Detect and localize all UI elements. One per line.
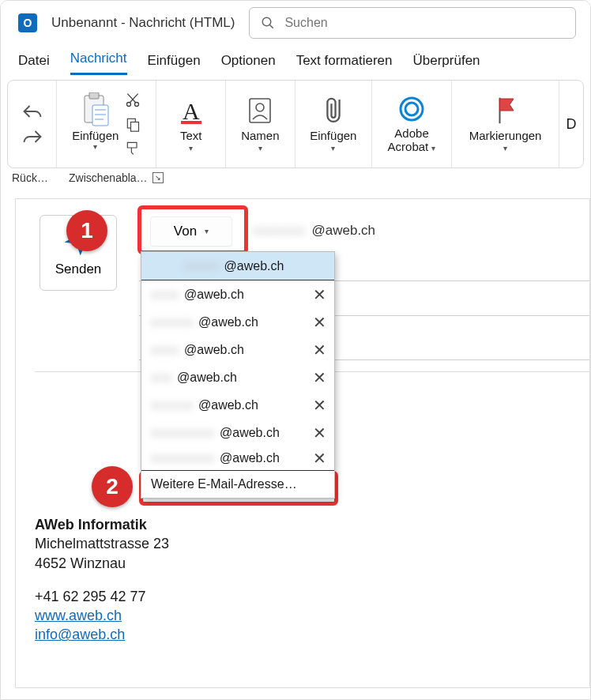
- search-icon: [261, 16, 275, 30]
- svg-point-0: [263, 17, 272, 26]
- chevron-down-icon: ▾: [205, 227, 209, 235]
- redo-icon[interactable]: [21, 128, 43, 145]
- tab-einfuegen[interactable]: Einfügen: [148, 53, 201, 75]
- search-box[interactable]: [249, 7, 576, 39]
- svg-rect-11: [131, 122, 139, 132]
- ribbon-group-clipboard: Einfügen ▾: [57, 81, 156, 167]
- format-painter-icon[interactable]: [125, 140, 141, 156]
- svg-point-17: [405, 103, 418, 115]
- clipboard-icon: [80, 92, 111, 127]
- dropdown-item-domain: @aweb.ch: [220, 426, 280, 440]
- dropdown-item-domain: @aweb.ch: [198, 315, 258, 329]
- tab-optionen[interactable]: Optionen: [221, 53, 276, 75]
- from-address-user-blurred: xxxxxxx: [253, 223, 306, 239]
- signature-street: Michelmattstrasse 23: [35, 534, 169, 553]
- close-icon[interactable]: ✕: [313, 341, 326, 359]
- svg-point-15: [256, 103, 264, 111]
- ribbon-group-adobe[interactable]: Adobe Acrobat ▾: [372, 81, 452, 167]
- close-icon[interactable]: ✕: [313, 285, 326, 304]
- from-dropdown-item[interactable]: xxxx @aweb.ch ✕: [141, 280, 334, 308]
- copy-icon[interactable]: [125, 116, 141, 132]
- from-address-display: xxxxxxx @aweb.ch: [253, 223, 375, 239]
- close-icon[interactable]: ✕: [313, 423, 326, 442]
- svg-point-8: [127, 103, 131, 107]
- close-icon[interactable]: ✕: [313, 368, 326, 387]
- from-dropdown-item[interactable]: xxxxxxxxx @aweb.ch ✕: [141, 419, 334, 446]
- close-icon[interactable]: ✕: [313, 396, 326, 415]
- dropdown-item-domain: @aweb.ch: [220, 451, 280, 465]
- annotation-callout-1: 1: [66, 210, 107, 251]
- ribbon-group-undo: [8, 81, 57, 167]
- ribbon-group-names[interactable]: Namen ▾: [226, 81, 296, 167]
- chevron-down-icon: ▾: [331, 144, 335, 152]
- ribbon-more-letter: D: [567, 116, 577, 133]
- from-dropdown-item[interactable]: xxx @aweb.ch ✕: [141, 363, 334, 391]
- signature-phone: +41 62 295 42 77: [35, 587, 169, 606]
- from-address-domain: @aweb.ch: [312, 223, 376, 239]
- tab-nachricht[interactable]: Nachricht: [70, 51, 127, 75]
- email-signature: AWeb Informatik Michelmattstrasse 23 465…: [35, 515, 169, 645]
- from-label: Von: [174, 224, 197, 239]
- signature-web-link[interactable]: www.aweb.ch: [35, 608, 122, 623]
- insert-label: Einfügen: [310, 129, 356, 142]
- from-dropdown-more[interactable]: Weitere E-Mail-Adresse…: [141, 470, 334, 498]
- dropdown-item-domain: @aweb.ch: [177, 371, 237, 385]
- chevron-down-icon: ▾: [431, 144, 435, 152]
- adobe-acrobat-icon: [397, 95, 426, 123]
- dropdown-item-user-blurred: xxxxx: [184, 259, 220, 273]
- svg-text:A: A: [183, 98, 200, 124]
- annotation-callout-1-num: 1: [81, 218, 93, 243]
- from-dropdown-item[interactable]: xxxxxx @aweb.ch ✕: [141, 391, 334, 419]
- search-input[interactable]: [284, 16, 564, 30]
- chevron-down-icon: ▾: [189, 144, 193, 152]
- from-button[interactable]: Von ▾: [150, 216, 232, 247]
- svg-point-16: [401, 98, 423, 120]
- from-dropdown-item[interactable]: xxxx @aweb.ch ✕: [141, 336, 334, 363]
- text-icon: A: [176, 96, 206, 126]
- from-dropdown-selected[interactable]: xxxxx @aweb.ch: [141, 252, 334, 280]
- signature-email-link[interactable]: info@aweb.ch: [35, 627, 125, 642]
- outlook-icon: O: [18, 13, 37, 32]
- dropdown-item-user-blurred: xxxxxxxxx: [151, 451, 215, 465]
- chevron-down-icon: ▾: [503, 144, 507, 152]
- ribbon-group-more[interactable]: D: [559, 81, 583, 167]
- dropdown-item-domain: @aweb.ch: [198, 398, 258, 412]
- from-dropdown-item[interactable]: xxxxxx @aweb.ch ✕: [141, 308, 334, 336]
- ribbon-group-tags[interactable]: Markierungen ▾: [452, 81, 559, 167]
- close-icon[interactable]: ✕: [313, 449, 326, 468]
- compose-area: Senden Von ▾ xxxxxxx @aweb.ch 1 xxxxx @a…: [15, 198, 590, 688]
- from-dropdown-item[interactable]: xxxxxxxxx @aweb.ch ✕: [141, 446, 334, 470]
- chevron-down-icon: ▾: [258, 144, 262, 152]
- close-icon[interactable]: ✕: [313, 313, 326, 332]
- window-title: Unbenannt - Nachricht (HTML): [51, 15, 235, 31]
- dropdown-item-user-blurred: xxxxxx: [151, 315, 194, 329]
- dropdown-item-user-blurred: xxxxxx: [151, 398, 194, 412]
- paste-button[interactable]: Einfügen ▾: [72, 92, 119, 151]
- ribbon-group-insert[interactable]: Einfügen ▾: [296, 81, 372, 167]
- dropdown-more-label: Weitere E-Mail-Adresse…: [151, 477, 297, 491]
- undo-icon[interactable]: [21, 103, 43, 120]
- tab-datei[interactable]: Datei: [18, 53, 50, 75]
- tab-ueberpruefen[interactable]: Überprüfen: [413, 53, 480, 75]
- flag-icon: [494, 96, 518, 126]
- svg-rect-4: [92, 105, 108, 126]
- dialog-launcher-icon[interactable]: ↘: [152, 172, 164, 183]
- caption-undo: Rück…: [12, 171, 58, 184]
- ribbon-group-text[interactable]: A Text ▾: [156, 81, 226, 167]
- signature-company: AWeb Informatik: [35, 515, 169, 534]
- dropdown-item-domain: @aweb.ch: [184, 288, 244, 302]
- dropdown-item-user-blurred: xxx: [151, 371, 172, 385]
- svg-rect-3: [89, 92, 99, 99]
- caption-clipboard-text: Zwischenabla…: [69, 171, 148, 184]
- ribbon-tabs: Datei Nachricht Einfügen Optionen Text f…: [1, 45, 590, 75]
- adobe-label-1: Adobe: [394, 126, 428, 140]
- tab-textformat[interactable]: Text formatieren: [296, 53, 393, 75]
- svg-line-1: [270, 24, 274, 28]
- signature-city: 4652 Winznau: [35, 554, 169, 573]
- cut-icon[interactable]: [125, 92, 141, 108]
- ribbon-captions: Rück… Zwischenabla… ↘: [1, 168, 590, 184]
- text-label: Text: [180, 129, 202, 142]
- attach-icon: [320, 96, 347, 126]
- titlebar: O Unbenannt - Nachricht (HTML): [1, 1, 590, 45]
- outlook-icon-letter: O: [24, 17, 32, 29]
